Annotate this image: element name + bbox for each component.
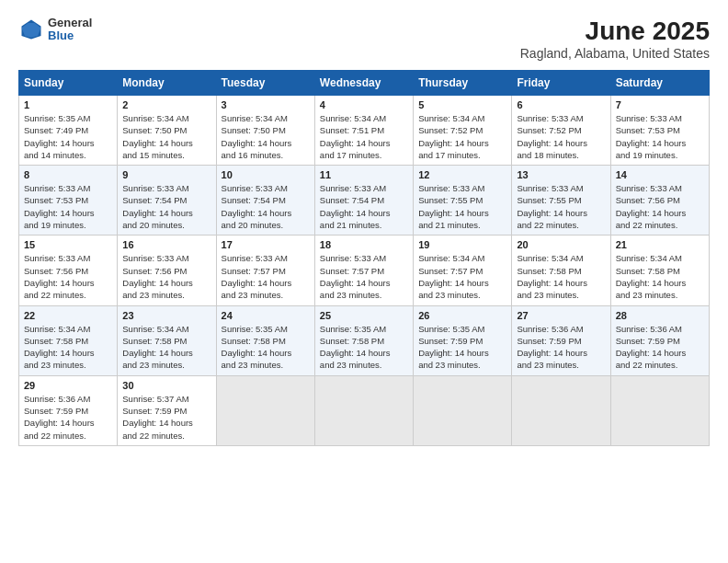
title-area: June 2025 Ragland, Alabama, United State… — [520, 17, 710, 61]
table-row: 4Sunrise: 5:34 AMSunset: 7:51 PMDaylight… — [314, 96, 413, 166]
table-row: 11Sunrise: 5:33 AMSunset: 7:54 PMDayligh… — [314, 166, 413, 236]
logo: General Blue — [18, 17, 92, 43]
table-row: 15Sunrise: 5:33 AMSunset: 7:56 PMDayligh… — [19, 236, 118, 305]
table-row: 10Sunrise: 5:33 AMSunset: 7:54 PMDayligh… — [216, 166, 314, 236]
table-row: 23Sunrise: 5:34 AMSunset: 7:58 PMDayligh… — [118, 305, 216, 375]
table-row: 19Sunrise: 5:34 AMSunset: 7:57 PMDayligh… — [414, 236, 512, 305]
table-row: 27Sunrise: 5:36 AMSunset: 7:59 PMDayligh… — [512, 305, 610, 375]
table-row: 12Sunrise: 5:33 AMSunset: 7:55 PMDayligh… — [414, 166, 512, 236]
week-row: 22Sunrise: 5:34 AMSunset: 7:58 PMDayligh… — [19, 305, 710, 375]
col-sunday: Sunday — [19, 71, 118, 96]
calendar-title: June 2025 — [520, 17, 710, 46]
table-row: 17Sunrise: 5:33 AMSunset: 7:57 PMDayligh… — [216, 236, 314, 305]
table-row: 20Sunrise: 5:34 AMSunset: 7:58 PMDayligh… — [512, 236, 610, 305]
week-row: 15Sunrise: 5:33 AMSunset: 7:56 PMDayligh… — [19, 236, 710, 305]
week-row: 8Sunrise: 5:33 AMSunset: 7:53 PMDaylight… — [19, 166, 710, 236]
table-row — [216, 375, 314, 445]
table-row: 21Sunrise: 5:34 AMSunset: 7:58 PMDayligh… — [610, 236, 709, 305]
table-row — [610, 375, 709, 445]
col-thursday: Thursday — [414, 71, 512, 96]
table-row: 2Sunrise: 5:34 AMSunset: 7:50 PMDaylight… — [118, 96, 216, 166]
table-row — [314, 375, 413, 445]
week-row: 1Sunrise: 5:35 AMSunset: 7:49 PMDaylight… — [19, 96, 710, 166]
table-row: 8Sunrise: 5:33 AMSunset: 7:53 PMDaylight… — [19, 166, 118, 236]
table-row: 3Sunrise: 5:34 AMSunset: 7:50 PMDaylight… — [216, 96, 314, 166]
calendar-page: General Blue June 2025 Ragland, Alabama,… — [0, 0, 728, 563]
table-row: 28Sunrise: 5:36 AMSunset: 7:59 PMDayligh… — [610, 305, 709, 375]
col-tuesday: Tuesday — [216, 71, 314, 96]
table-row: 9Sunrise: 5:33 AMSunset: 7:54 PMDaylight… — [118, 166, 216, 236]
logo-general: General — [48, 17, 92, 29]
table-row — [414, 375, 512, 445]
table-row: 14Sunrise: 5:33 AMSunset: 7:56 PMDayligh… — [610, 166, 709, 236]
header: General Blue June 2025 Ragland, Alabama,… — [18, 17, 710, 61]
logo-text: General Blue — [48, 17, 92, 43]
logo-icon — [18, 17, 44, 42]
table-row: 18Sunrise: 5:33 AMSunset: 7:57 PMDayligh… — [314, 236, 413, 305]
table-row: 5Sunrise: 5:34 AMSunset: 7:52 PMDaylight… — [414, 96, 512, 166]
col-wednesday: Wednesday — [314, 71, 413, 96]
table-row: 16Sunrise: 5:33 AMSunset: 7:56 PMDayligh… — [118, 236, 216, 305]
table-row: 25Sunrise: 5:35 AMSunset: 7:58 PMDayligh… — [314, 305, 413, 375]
col-saturday: Saturday — [610, 71, 709, 96]
table-row: 7Sunrise: 5:33 AMSunset: 7:53 PMDaylight… — [610, 96, 709, 166]
table-row: 30Sunrise: 5:37 AMSunset: 7:59 PMDayligh… — [118, 375, 216, 445]
calendar-table: Sunday Monday Tuesday Wednesday Thursday… — [18, 70, 710, 446]
header-row: Sunday Monday Tuesday Wednesday Thursday… — [19, 71, 710, 96]
table-row: 22Sunrise: 5:34 AMSunset: 7:58 PMDayligh… — [19, 305, 118, 375]
col-monday: Monday — [118, 71, 216, 96]
table-row: 6Sunrise: 5:33 AMSunset: 7:52 PMDaylight… — [512, 96, 610, 166]
table-row: 1Sunrise: 5:35 AMSunset: 7:49 PMDaylight… — [19, 96, 118, 166]
table-row: 29Sunrise: 5:36 AMSunset: 7:59 PMDayligh… — [19, 375, 118, 445]
table-row: 13Sunrise: 5:33 AMSunset: 7:55 PMDayligh… — [512, 166, 610, 236]
table-row: 26Sunrise: 5:35 AMSunset: 7:59 PMDayligh… — [414, 305, 512, 375]
table-row: 24Sunrise: 5:35 AMSunset: 7:58 PMDayligh… — [216, 305, 314, 375]
table-row — [512, 375, 610, 445]
calendar-subtitle: Ragland, Alabama, United States — [520, 46, 710, 61]
col-friday: Friday — [512, 71, 610, 96]
week-row: 29Sunrise: 5:36 AMSunset: 7:59 PMDayligh… — [19, 375, 710, 445]
logo-blue: Blue — [48, 29, 92, 42]
